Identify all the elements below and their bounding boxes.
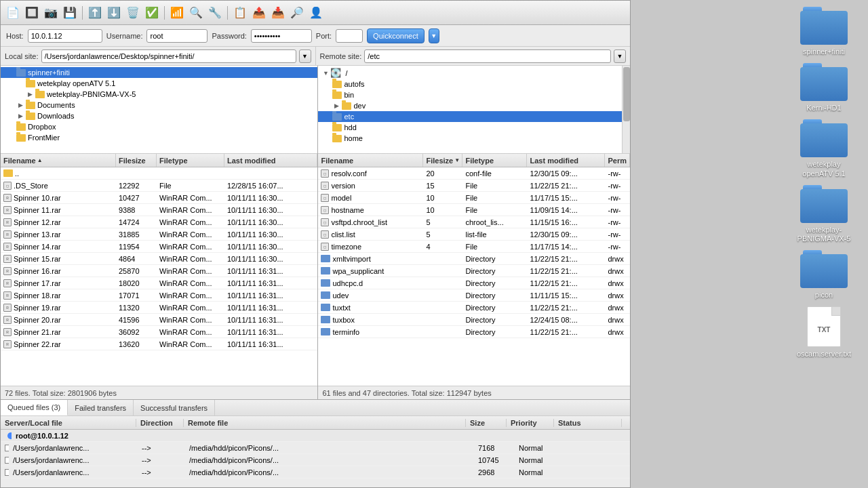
file-row[interactable]: ..	[1, 167, 317, 180]
file-row[interactable]: ◻ vsftpd.chroot_list 5 chroot_lis... 11/…	[318, 216, 630, 228]
right-files-scroll[interactable]: ◻ resolv.conf 20 conf-file 12/30/15 09:.…	[318, 167, 630, 386]
file-row[interactable]: xmltvimport Directory 11/22/15 21:... dr…	[318, 253, 630, 265]
transfer-tab-queued[interactable]: Queued files (3)	[1, 400, 68, 415]
transfer-col-server: Server/Local file	[1, 419, 136, 427]
right-tree-item-home[interactable]: home	[318, 133, 630, 144]
col-header-filetype[interactable]: Filetype	[462, 154, 527, 167]
file-cell-type: File	[157, 182, 224, 190]
col-header-filetype[interactable]: Filetype	[157, 154, 224, 167]
toolbar-icon-settings[interactable]: 🔧	[207, 5, 223, 21]
left-tree-item-downloads[interactable]: ▶ Downloads	[1, 110, 317, 121]
file-row[interactable]: R Spinner 19.rar 11320 WinRAR Com... 10/…	[1, 302, 317, 314]
left-files-scroll[interactable]: .. ◻ .DS_Store 12292 File	[1, 167, 317, 386]
port-input[interactable]	[336, 29, 363, 43]
file-row[interactable]: R Spinner 22.rar 13620 WinRAR Com... 10/…	[1, 338, 317, 350]
file-row[interactable]: ◻ resolv.conf 20 conf-file 12/30/15 09:.…	[318, 167, 630, 180]
file-row[interactable]: tuxtxt Directory 11/22/15 21:... drwx	[318, 302, 630, 314]
left-tree-item-dropbox[interactable]: Dropbox	[1, 121, 317, 132]
toolbar-icon-save[interactable]: 💾	[62, 5, 78, 21]
left-tree: spinner+finiti wetekplay openATV 5.1 ▶ w…	[1, 66, 317, 154]
col-header-lastmodified[interactable]: Last modified	[224, 154, 317, 167]
file-row[interactable]: R Spinner 12.rar 14724 WinRAR Com... 10/…	[1, 216, 317, 228]
toolbar-icon-extra5[interactable]: 👤	[308, 5, 324, 21]
col-header-filesize[interactable]: Filesize	[116, 154, 157, 167]
file-row[interactable]: ◻ timezone 4 File 11/17/15 14:... -rw-	[318, 241, 630, 253]
file-row[interactable]: R Spinner 14.rar 11954 WinRAR Com... 10/…	[1, 241, 317, 253]
right-tree-item-bin[interactable]: bin	[318, 89, 630, 100]
toolbar-icon-grid[interactable]: 🔲	[24, 5, 40, 21]
file-cell-name: ◻ timezone	[318, 243, 423, 251]
file-row[interactable]: wpa_supplicant Directory 11/22/15 21:...…	[318, 265, 630, 277]
file-row[interactable]: terminfo Directory 11/22/15 21:... drwx	[318, 326, 630, 338]
col-header-perms[interactable]: Perm	[605, 154, 630, 167]
file-row[interactable]: R Spinner 16.rar 25870 WinRAR Com... 10/…	[1, 265, 317, 277]
file-row[interactable]: ◻ version 15 File 11/22/15 21:... -rw-	[318, 180, 630, 192]
file-row[interactable]: ◻ hostname 10 File 11/09/15 14:... -rw-	[318, 204, 630, 216]
file-row[interactable]: udev Directory 11/11/15 15:... drwx	[318, 289, 630, 302]
file-row[interactable]: R Spinner 15.rar 4864 WinRAR Com... 10/1…	[1, 253, 317, 265]
left-tree-item-wetekplay51[interactable]: wetekplay openATV 5.1	[1, 78, 317, 89]
toolbar-icon-extra3[interactable]: 📥	[270, 5, 286, 21]
local-site-dropdown[interactable]: ▼	[299, 49, 311, 63]
quickconnect-dropdown[interactable]: ▼	[429, 28, 439, 43]
scrollbar-thumb[interactable]	[623, 67, 630, 121]
toolbar-icon-extra1[interactable]: 📋	[232, 5, 248, 21]
rar-icon: R	[3, 279, 12, 287]
toolbar-icon-search[interactable]: 🔍	[188, 5, 204, 21]
col-header-lastmodified[interactable]: Last modified	[527, 154, 605, 167]
file-row[interactable]: R Spinner 10.rar 10427 WinRAR Com... 10/…	[1, 192, 317, 204]
toolbar-icon-camera[interactable]: 📷	[43, 5, 59, 21]
transfer-row[interactable]: /Users/jordanlawrenc... --> /media/hdd/p…	[1, 442, 630, 454]
right-tree-item-hdd[interactable]: hdd	[318, 122, 630, 133]
transfer-row[interactable]: /Users/jordanlawrenc... --> /media/hdd/p…	[1, 466, 630, 479]
file-row[interactable]: tuxbox Directory 12/24/15 08:... drwx	[318, 314, 630, 326]
local-site-path[interactable]	[41, 49, 296, 63]
toolbar-icon-connect[interactable]: 📶	[169, 5, 185, 21]
transfer-list[interactable]: root@10.0.1.12 /Users/jordanlawrenc... -…	[1, 430, 630, 487]
transfer-row[interactable]: /Users/jordanlawrenc... --> /media/hdd/p…	[1, 454, 630, 466]
toolbar-icon-check[interactable]: ✅	[144, 5, 160, 21]
tree-scrollbar[interactable]	[622, 66, 630, 153]
file-row[interactable]: R Spinner 13.rar 31885 WinRAR Com... 10/…	[1, 228, 317, 241]
file-row[interactable]: R Spinner 18.rar 17071 WinRAR Com... 10/…	[1, 289, 317, 302]
desktop-icon-picon[interactable]: picon	[793, 250, 854, 300]
col-header-filesize[interactable]: Filesize ▼	[423, 154, 462, 167]
transfer-tab-successful[interactable]: Successful transfers	[134, 400, 215, 415]
file-row[interactable]: ◻ model 10 File 11/17/15 15:... -rw-	[318, 192, 630, 204]
col-header-filename[interactable]: Filename ▲	[1, 154, 116, 167]
file-row[interactable]: R Spinner 17.rar 18020 WinRAR Com... 10/…	[1, 277, 317, 289]
right-tree-item-autofs[interactable]: autofs	[318, 79, 630, 89]
username-input[interactable]	[146, 29, 208, 43]
desktop-icon-kernihd1[interactable]: Kerni-HD1	[793, 63, 854, 113]
remote-site-path[interactable]	[364, 49, 611, 63]
host-input[interactable]	[28, 29, 102, 43]
right-tree-item-root[interactable]: ▼ 💽 /	[318, 67, 630, 79]
desktop-icon-spinnerfiniti[interactable]: spinner+finiti	[793, 7, 854, 56]
toolbar-icon-upload[interactable]: ⬆️	[87, 5, 103, 21]
left-tree-item-documents[interactable]: ▶ Documents	[1, 100, 317, 110]
toolbar-icon-download[interactable]: ⬇️	[106, 5, 122, 21]
toolbar-icon-new[interactable]: 📄	[5, 5, 21, 21]
file-row[interactable]: R Spinner 21.rar 36092 WinRAR Com... 10/…	[1, 326, 317, 338]
right-tree-item-etc[interactable]: etc	[318, 111, 630, 122]
desktop-icon-wetekplay51[interactable]: wetekplay openATV 5.1	[793, 119, 854, 178]
quickconnect-button[interactable]: Quickconnect	[367, 28, 425, 43]
left-tree-item-frontmier[interactable]: FrontMier	[1, 132, 317, 143]
file-row[interactable]: ◻ clist.list 5 list-file 12/30/15 09:...…	[318, 228, 630, 241]
toolbar-icon-extra2[interactable]: 📤	[251, 5, 267, 21]
right-tree-item-dev[interactable]: ▶ dev	[318, 100, 630, 111]
file-row[interactable]: ◻ .DS_Store 12292 File 12/28/15 16:07...	[1, 180, 317, 192]
file-row[interactable]: R Spinner 20.rar 41596 WinRAR Com... 10/…	[1, 314, 317, 326]
left-tree-item-wetekplaypbnigma[interactable]: ▶ wetekplay-PBNIGMA-VX-5	[1, 89, 317, 100]
left-tree-item-spinnerfiniti[interactable]: spinner+finiti	[1, 67, 317, 78]
col-header-filename[interactable]: Filename	[318, 154, 423, 167]
desktop-icon-oscam[interactable]: TXT oscam.server.txt	[793, 306, 854, 359]
desktop-icon-wetekplaypbnigma[interactable]: wetekplay-PBNIGMA-VX-5	[793, 185, 854, 243]
transfer-tab-failed[interactable]: Failed transfers	[68, 400, 134, 415]
file-row[interactable]: udhcpc.d Directory 11/22/15 21:... drwx	[318, 277, 630, 289]
file-row[interactable]: R Spinner 11.rar 9388 WinRAR Com... 10/1…	[1, 204, 317, 216]
toolbar-icon-delete[interactable]: 🗑️	[125, 5, 141, 21]
password-input[interactable]	[251, 29, 312, 43]
toolbar-icon-extra4[interactable]: 🔎	[289, 5, 305, 21]
remote-site-dropdown[interactable]: ▼	[614, 49, 626, 63]
